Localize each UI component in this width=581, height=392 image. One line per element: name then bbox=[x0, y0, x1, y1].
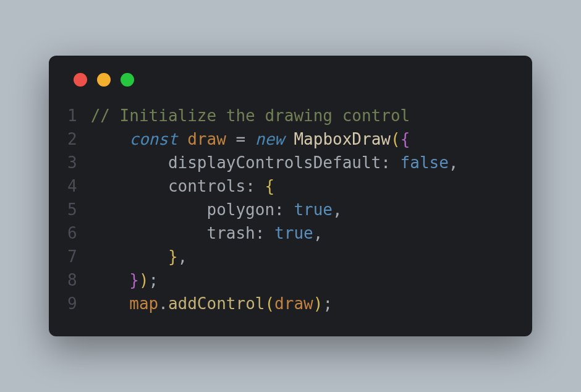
object: map bbox=[129, 294, 158, 313]
line-number: 9 bbox=[67, 292, 77, 315]
line-number: 7 bbox=[67, 245, 77, 268]
code-area: 1 2 3 4 5 6 7 8 9 // Initialize the draw… bbox=[49, 104, 532, 315]
argument: draw bbox=[274, 294, 313, 313]
line-number: 8 bbox=[67, 268, 77, 292]
code-line: }, bbox=[91, 245, 459, 268]
line-number-gutter: 1 2 3 4 5 6 7 8 9 bbox=[67, 104, 91, 315]
code-editor-window: 1 2 3 4 5 6 7 8 9 // Initialize the draw… bbox=[49, 56, 532, 336]
window-titlebar bbox=[49, 73, 532, 104]
code-line: map.addControl(draw); bbox=[91, 292, 459, 315]
code-line: controls: { bbox=[91, 174, 459, 198]
keyword: const bbox=[129, 130, 177, 148]
line-number: 5 bbox=[67, 198, 77, 221]
close-icon[interactable] bbox=[74, 73, 87, 87]
maximize-icon[interactable] bbox=[121, 73, 134, 87]
comment-text: // Initialize the drawing control bbox=[91, 106, 410, 125]
code-line: polygon: true, bbox=[91, 198, 459, 221]
class-name: MapboxDraw bbox=[294, 130, 391, 148]
property: polygon bbox=[207, 200, 275, 219]
keyword: new bbox=[255, 130, 284, 148]
code-line: const draw = new MapboxDraw({ bbox=[91, 127, 459, 151]
property: trash bbox=[207, 224, 255, 242]
variable-name: draw bbox=[187, 130, 226, 148]
code-content[interactable]: // Initialize the drawing control const … bbox=[91, 104, 459, 315]
property: controls bbox=[168, 177, 245, 195]
code-line: // Initialize the drawing control bbox=[91, 104, 459, 127]
line-number: 1 bbox=[67, 104, 77, 127]
line-number: 2 bbox=[67, 127, 77, 151]
code-line: }); bbox=[91, 268, 459, 292]
property: displayControlsDefault bbox=[168, 153, 381, 172]
method: addControl bbox=[168, 294, 265, 313]
line-number: 6 bbox=[67, 221, 77, 245]
boolean: true bbox=[274, 224, 313, 242]
minimize-icon[interactable] bbox=[97, 73, 111, 87]
boolean: true bbox=[294, 200, 333, 219]
line-number: 3 bbox=[67, 151, 77, 174]
code-line: displayControlsDefault: false, bbox=[91, 151, 459, 174]
line-number: 4 bbox=[67, 174, 77, 198]
code-line: trash: true, bbox=[91, 221, 459, 245]
boolean: false bbox=[401, 153, 449, 172]
